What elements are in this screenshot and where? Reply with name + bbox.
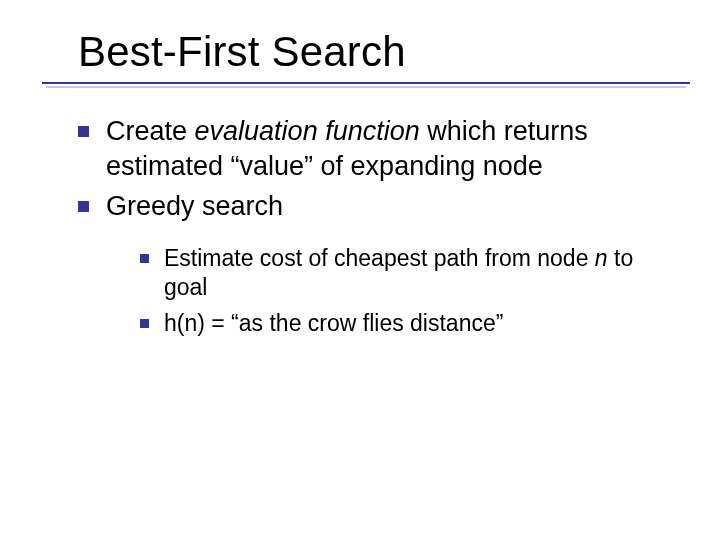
bullet-1-pre: Create (106, 116, 195, 146)
title-underline-shadow (46, 86, 686, 88)
sub-1-italic: n (595, 245, 608, 271)
slide: Best-First Search Create evaluation func… (0, 0, 720, 540)
sub-bullet-1: Estimate cost of cheapest path from node… (140, 244, 680, 303)
bullet-item-1: Create evaluation function which returns… (78, 114, 680, 183)
bullet-list-level1: Create evaluation function which returns… (78, 114, 680, 338)
sub-1-pre: Estimate cost of cheapest path from node (164, 245, 595, 271)
sub-bullet-2: h(n) = “as the crow flies distance” (140, 309, 680, 338)
sub-2-text: h(n) = “as the crow flies distance” (164, 310, 503, 336)
bullet-item-2: Greedy search Estimate cost of cheapest … (78, 189, 680, 338)
bullet-2-text: Greedy search (106, 191, 283, 221)
title-block: Best-First Search (78, 28, 680, 82)
bullet-1-italic: evaluation function (195, 116, 420, 146)
bullet-list-level2: Estimate cost of cheapest path from node… (106, 244, 680, 338)
slide-title: Best-First Search (78, 28, 680, 76)
title-underline (42, 82, 690, 84)
